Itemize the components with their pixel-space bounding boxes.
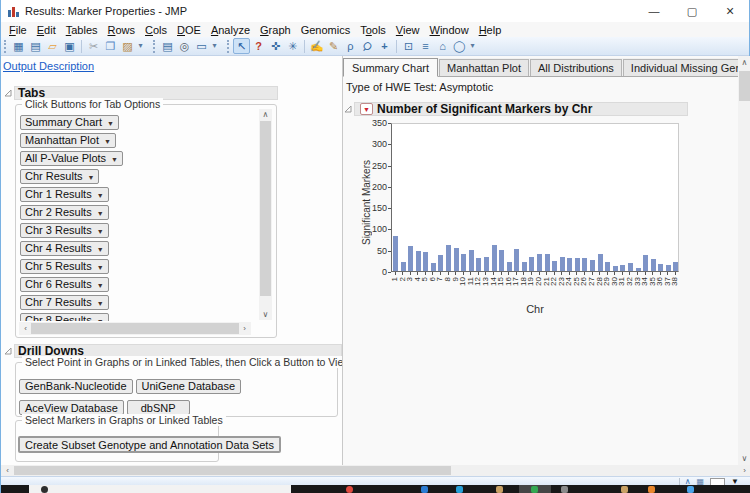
tab-option-button[interactable]: Chr 8 Results▼ xyxy=(20,313,109,321)
scroll-right-icon[interactable]: › xyxy=(238,322,251,333)
taskbar-app-icon[interactable] xyxy=(346,486,353,493)
tab-list-hscrollbar[interactable]: ‹ › xyxy=(19,322,251,335)
menu-view[interactable]: View xyxy=(391,24,425,36)
menu-rows[interactable]: Rows xyxy=(103,24,141,36)
scrollbar-thumb[interactable] xyxy=(739,71,750,101)
menu-graph[interactable]: Graph xyxy=(255,24,296,36)
bar-chr-13[interactable] xyxy=(484,257,489,271)
right-panel-vscrollbar[interactable]: ∧ ∨ xyxy=(738,56,750,465)
drilldown-button[interactable]: dbSNP xyxy=(127,400,190,415)
menu-window[interactable]: Window xyxy=(425,24,474,36)
bar-chr-38[interactable] xyxy=(673,262,678,271)
tab-option-button[interactable]: Chr 6 Results▼ xyxy=(20,277,109,292)
bar-chr-29[interactable] xyxy=(605,262,610,271)
annotate-tool-icon[interactable]: ⊡ xyxy=(400,38,417,54)
disclosure-icon[interactable] xyxy=(4,347,12,355)
window-hscrollbar[interactable]: ‹ › xyxy=(1,465,750,476)
bar-chr-26[interactable] xyxy=(582,258,587,271)
bar-chr-10[interactable] xyxy=(461,254,466,271)
tab-option-button[interactable]: Chr 7 Results▼ xyxy=(20,295,109,310)
tab-option-button[interactable]: Chr 5 Results▼ xyxy=(20,259,109,274)
bar-chr-35[interactable] xyxy=(651,259,656,271)
tab-list-vscrollbar[interactable]: ∧ ∨ xyxy=(259,109,272,320)
bar-chr-17[interactable] xyxy=(514,249,519,271)
bar-chr-21[interactable] xyxy=(545,254,550,271)
menu-help[interactable]: Help xyxy=(474,24,507,36)
bar-chr-15[interactable] xyxy=(499,250,504,271)
tab-individual-missing-genotype-proportion[interactable]: Individual Missing Genotype Proportion xyxy=(623,59,738,76)
copy-icon[interactable]: ❐ xyxy=(102,38,119,54)
toolbar-drag-handle[interactable] xyxy=(227,40,230,53)
bar-chr-12[interactable] xyxy=(476,258,481,271)
brush-tool-icon[interactable]: ✎ xyxy=(325,38,342,54)
taskbar-app-icon[interactable] xyxy=(496,486,503,493)
taskbar-app-icon[interactable] xyxy=(421,486,428,493)
bar-chr-24[interactable] xyxy=(567,258,572,271)
open-folder-icon[interactable]: ▱ xyxy=(44,38,61,54)
tab-option-button[interactable]: Chr Results▼ xyxy=(20,169,99,184)
find-binoculars-icon[interactable]: ◎ xyxy=(176,38,193,54)
cut-icon[interactable]: ✂ xyxy=(85,38,102,54)
bar-chr-20[interactable] xyxy=(537,254,542,271)
overflow-icon[interactable]: ▾ xyxy=(468,38,477,54)
bar-chr-7[interactable] xyxy=(438,255,443,271)
scrollbar-thumb[interactable] xyxy=(31,323,239,334)
bar-chr-25[interactable] xyxy=(575,258,580,271)
bar-chr-8[interactable] xyxy=(446,245,451,271)
bar-chr-27[interactable] xyxy=(590,260,595,271)
tab-option-button[interactable]: Summary Chart▼ xyxy=(20,115,119,130)
journal-icon[interactable]: ▤ xyxy=(159,38,176,54)
scroll-down-icon[interactable]: ∨ xyxy=(738,453,750,464)
bar-chr-14[interactable] xyxy=(492,245,497,271)
disclosure-icon[interactable] xyxy=(4,89,12,97)
menu-analyze[interactable]: Analyze xyxy=(206,24,255,36)
menu-doe[interactable]: DOE xyxy=(172,24,206,36)
bar-chr-5[interactable] xyxy=(423,252,428,271)
toolbar-drag-handle[interactable] xyxy=(4,40,7,53)
bar-chr-31[interactable] xyxy=(620,265,625,271)
bar-chr-33[interactable] xyxy=(636,268,641,271)
tab-option-button[interactable]: Chr 2 Results▼ xyxy=(20,205,109,220)
new-journal-icon[interactable]: ▤ xyxy=(27,38,44,54)
taskbar-app-icon[interactable] xyxy=(648,486,655,493)
drilldown-button[interactable]: GenBank-Nucleotide xyxy=(19,379,133,394)
scroll-down-icon[interactable]: ∨ xyxy=(259,309,272,320)
tab-all-distributions[interactable]: All Distributions xyxy=(530,59,622,76)
new-data-table-icon[interactable]: ▦ xyxy=(10,38,27,54)
paste-icon[interactable]: ▨ xyxy=(119,38,136,54)
tab-option-button[interactable]: Chr 1 Results▼ xyxy=(20,187,109,202)
grabber-hand-tool-icon[interactable]: ✍ xyxy=(308,38,325,54)
move-tool-icon[interactable]: ✜ xyxy=(267,38,284,54)
bar-chr-3[interactable] xyxy=(408,246,413,271)
taskbar-app-icon[interactable] xyxy=(687,486,694,493)
menu-file[interactable]: File xyxy=(4,24,32,36)
taskbar-app-icon[interactable] xyxy=(621,486,628,493)
taskbar-app-icon[interactable] xyxy=(561,486,568,493)
taskbar-app-icon[interactable] xyxy=(41,486,48,493)
maximize-icon[interactable]: ▢ xyxy=(673,0,711,22)
scroll-up-icon[interactable]: ∧ xyxy=(259,109,272,120)
bar-chr-1[interactable] xyxy=(393,236,398,271)
minimize-icon[interactable]: — xyxy=(635,0,673,22)
scroll-left-icon[interactable]: ‹ xyxy=(1,465,14,476)
bar-chr-6[interactable] xyxy=(431,263,436,271)
scroll-right-icon[interactable]: › xyxy=(738,465,750,476)
bar-chr-16[interactable] xyxy=(507,262,512,271)
bar-chr-23[interactable] xyxy=(560,257,565,271)
menu-cols[interactable]: Cols xyxy=(140,24,172,36)
scroll-up-icon[interactable]: ∧ xyxy=(738,57,750,68)
taskbar[interactable] xyxy=(1,485,750,493)
disclosure-icon[interactable] xyxy=(344,105,352,113)
overflow-icon[interactable]: ▾ xyxy=(210,38,219,54)
menu-tables[interactable]: Tables xyxy=(61,24,103,36)
bar-chr-34[interactable] xyxy=(643,255,648,271)
close-icon[interactable]: × xyxy=(711,0,749,22)
help-tool-icon[interactable]: ? xyxy=(250,38,267,54)
bar-chr-4[interactable] xyxy=(416,251,421,271)
bar-chr-11[interactable] xyxy=(469,250,474,271)
tab-manhattan-plot[interactable]: Manhattan Plot xyxy=(439,59,529,76)
bar-chr-28[interactable] xyxy=(598,254,603,271)
tab-option-button[interactable]: All P-Value Plots▼ xyxy=(20,151,123,166)
bar-chr-36[interactable] xyxy=(658,264,663,271)
tab-option-button[interactable]: Chr 3 Results▼ xyxy=(20,223,109,238)
